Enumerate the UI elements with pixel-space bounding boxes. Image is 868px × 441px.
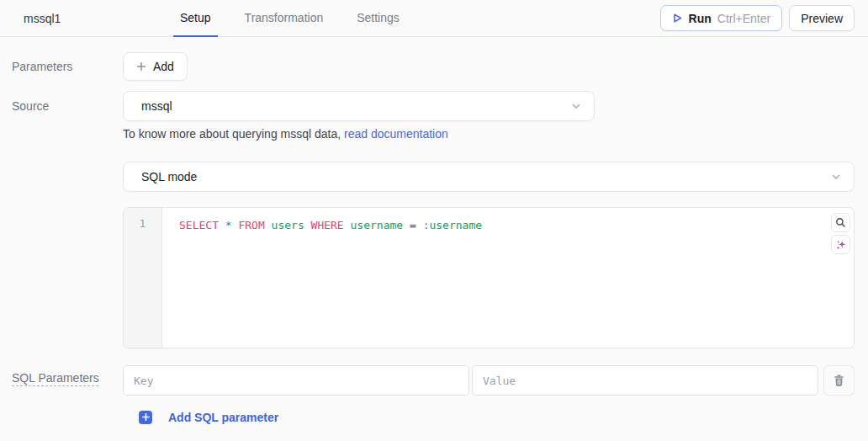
editor-gutter: 1 [124,208,162,348]
tab-setup[interactable]: Setup [173,0,218,37]
add-sql-parameter-button[interactable]: Add SQL parameter [139,411,278,424]
parameter-key-input[interactable] [123,365,469,396]
preview-button[interactable]: Preview [789,5,855,31]
line-number: 1 [124,217,161,230]
add-parameter-label: Add [153,60,174,73]
editor-code-area[interactable]: SELECT * FROM users WHERE username = :us… [162,208,854,348]
play-icon [672,13,683,24]
sql-parameters-label: SQL Parameters [0,365,123,396]
tab-settings[interactable]: Settings [350,0,406,37]
delete-parameter-button[interactable] [823,365,855,396]
source-row: Source mssql To know more about querying… [0,91,868,348]
sql-mode-select[interactable]: SQL mode [123,162,855,192]
sql-mode-value: SQL mode [141,170,197,183]
tab-bar: Setup Transformation Settings [173,0,406,36]
query-name[interactable]: mssql1 [24,12,124,25]
run-button[interactable]: Run Ctrl+Enter [660,5,783,31]
editor-ai-button[interactable] [831,235,850,254]
source-help-text: To know more about querying mssql data, … [123,127,855,141]
plus-icon [139,411,152,424]
editor-search-button[interactable] [831,213,850,232]
run-shortcut: Ctrl+Enter [717,12,770,25]
add-sql-parameter-label: Add SQL parameter [168,411,278,424]
sql-parameters-row: SQL Parameters [0,365,868,396]
editor-toolbar [831,213,850,254]
trash-icon [833,374,845,387]
query-setup-panel: Parameters Add Source mssql To know more… [0,37,868,424]
source-label: Source [0,91,123,348]
ai-sparkles-icon [835,239,847,251]
header-actions: Run Ctrl+Enter Preview [660,5,855,31]
run-label: Run [689,12,712,25]
query-header: mssql1 Setup Transformation Settings Run… [0,0,868,37]
sql-parameters-label-text: SQL Parameters [12,369,99,387]
tab-transformation[interactable]: Transformation [238,0,331,37]
parameter-value-input[interactable] [472,365,818,396]
source-select-value: mssql [141,99,172,113]
add-parameter-button[interactable]: Add [123,52,188,81]
parameters-label: Parameters [0,59,123,75]
code-line: SELECT * FROM users WHERE username = :us… [179,217,854,233]
plus-icon [136,61,146,72]
search-icon [835,217,846,228]
sql-parameter-row [123,365,855,396]
spacer [0,410,123,424]
help-text-prefix: To know more about querying mssql data, [123,127,344,141]
read-documentation-link[interactable]: read documentation [344,127,448,141]
chevron-down-icon [830,171,842,183]
parameters-row: Parameters Add [0,52,868,81]
chevron-down-icon [570,100,582,112]
sql-code-editor[interactable]: 1 SELECT * FROM users WHERE username = :… [123,207,855,348]
add-sql-parameter-row: Add SQL parameter [0,410,868,424]
source-select[interactable]: mssql [123,91,595,121]
